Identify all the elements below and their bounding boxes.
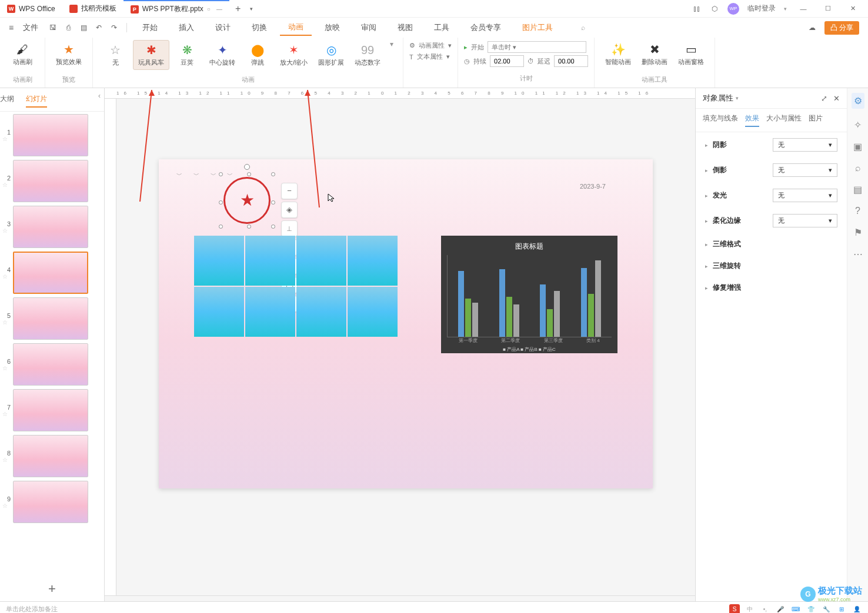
menu-animation[interactable]: 动画 bbox=[280, 19, 312, 36]
notes-placeholder[interactable]: 单击此处添加备注 bbox=[6, 605, 58, 613]
gift-icon[interactable]: ⚑ bbox=[854, 227, 862, 238]
ime-sogou-icon[interactable]: S bbox=[729, 604, 740, 614]
slide-thumbnail-8[interactable] bbox=[13, 435, 88, 477]
发光-select[interactable]: 无▾ bbox=[773, 189, 837, 202]
menu-icon[interactable]: ≡ bbox=[9, 23, 14, 32]
pin-icon[interactable]: ⤢ bbox=[821, 94, 827, 103]
menu-tools[interactable]: 工具 bbox=[426, 20, 458, 35]
ime-tool-icon[interactable]: 🔧 bbox=[821, 604, 832, 614]
style-icon[interactable]: ✧ bbox=[854, 119, 862, 130]
grid-image[interactable] bbox=[245, 287, 295, 337]
grid-image[interactable] bbox=[245, 236, 295, 286]
close-icon[interactable]: ✕ bbox=[833, 94, 840, 103]
chart[interactable]: 图表标题 第一季度第二季度第三季度类别 4 ■ 产品A ■ 产品B ■ 产品C bbox=[441, 236, 617, 353]
menu-start[interactable]: 开始 bbox=[134, 20, 166, 35]
menu-picture-tools[interactable]: 图片工具 bbox=[514, 20, 561, 35]
smart-animation-button[interactable]: ✨智能动画 bbox=[600, 40, 636, 69]
ime-user-icon[interactable]: 👤 bbox=[852, 604, 862, 614]
properties-tab-图片[interactable]: 图片 bbox=[809, 113, 823, 127]
window-maximize-button[interactable]: ☐ bbox=[820, 3, 836, 15]
properties-tab-效果[interactable]: 效果 bbox=[745, 113, 759, 127]
chevron-down-icon[interactable]: ▾ bbox=[446, 53, 450, 61]
slide-thumbnail-5[interactable] bbox=[13, 297, 88, 340]
animation-豆荚[interactable]: ❋豆荚 bbox=[171, 40, 203, 70]
section-柔化边缘[interactable]: ▸柔化边缘无▾ bbox=[696, 208, 847, 233]
preview-icon[interactable]: ▤ bbox=[78, 22, 89, 33]
ime-lang[interactable]: 中 bbox=[745, 604, 755, 614]
section-发光[interactable]: ▸发光无▾ bbox=[696, 183, 847, 208]
slide-editor[interactable]: ﹀ ﹀ ﹀ ﹀ 2023-9-7 ★ − ◈ ⟂ ⌕ ✧ bbox=[116, 99, 695, 595]
tab-current-file[interactable]: P WPS PPT教程.pptx ○ — bbox=[123, 0, 229, 17]
thumbnails-list[interactable]: 1☆2☆3☆4☆5☆6☆7☆8☆9☆ bbox=[0, 112, 104, 577]
倒影-select[interactable]: 无▾ bbox=[773, 163, 837, 177]
search-icon[interactable]: ⌕ bbox=[577, 22, 588, 33]
section-阴影[interactable]: ▸阴影无▾ bbox=[696, 132, 847, 158]
柔化边缘-select[interactable]: 无▾ bbox=[773, 214, 837, 227]
star-icon[interactable]: ☆ bbox=[2, 457, 11, 463]
collapse-icon[interactable]: ‹ bbox=[95, 92, 104, 108]
preview-button[interactable]: ★ 预览效果 bbox=[51, 40, 86, 69]
animation-弹跳[interactable]: ⬤弹跳 bbox=[241, 40, 274, 70]
window-close-button[interactable]: ✕ bbox=[844, 3, 861, 15]
animation-pane-button[interactable]: ▭动画窗格 bbox=[673, 40, 709, 69]
animation-圆形扩展[interactable]: ◎圆形扩展 bbox=[313, 40, 349, 70]
menu-file[interactable]: 文件 bbox=[18, 20, 43, 35]
expand-icon[interactable]: ▸ bbox=[705, 285, 708, 291]
star-icon[interactable]: ☆ bbox=[2, 503, 11, 509]
expand-icon[interactable]: ▸ bbox=[705, 142, 708, 148]
help-icon[interactable]: ? bbox=[855, 206, 860, 216]
star-icon[interactable]: ☆ bbox=[2, 411, 11, 417]
star-icon[interactable]: ☆ bbox=[2, 182, 11, 188]
section-倒影[interactable]: ▸倒影无▾ bbox=[696, 158, 847, 183]
menu-member[interactable]: 会员专享 bbox=[462, 20, 509, 35]
tab-close-icon[interactable]: — bbox=[216, 6, 222, 12]
slide-thumbnail-6[interactable] bbox=[13, 343, 88, 386]
cloud-icon[interactable]: ☁ bbox=[807, 22, 817, 33]
chevron-down-icon[interactable]: ▾ bbox=[448, 42, 452, 49]
star-icon[interactable]: ☆ bbox=[2, 227, 11, 234]
animation-无[interactable]: ☆无 bbox=[99, 40, 132, 70]
selection-handles[interactable] bbox=[221, 175, 273, 226]
expand-icon[interactable]: ▸ bbox=[705, 168, 708, 173]
ime-keyboard-icon[interactable]: ⌨ bbox=[790, 604, 801, 614]
minus-button[interactable]: − bbox=[281, 183, 298, 199]
tab-add-button[interactable]: + bbox=[229, 4, 246, 14]
slide-canvas[interactable]: ﹀ ﹀ ﹀ ﹀ 2023-9-7 ★ − ◈ ⟂ ⌕ ✧ bbox=[159, 159, 653, 488]
book-icon[interactable]: ▤ bbox=[853, 184, 862, 195]
slide-thumbnail-7[interactable] bbox=[13, 389, 88, 431]
search-side-icon[interactable]: ⌕ bbox=[855, 163, 861, 173]
expand-icon[interactable]: ▸ bbox=[705, 218, 708, 224]
menu-view[interactable]: 视图 bbox=[389, 20, 421, 35]
animation-动态数字[interactable]: 99动态数字 bbox=[350, 40, 385, 70]
properties-tab-填充与线条[interactable]: 填充与线条 bbox=[703, 113, 738, 127]
tab-wps-office[interactable]: W WPS Office bbox=[0, 0, 62, 17]
rotate-handle[interactable] bbox=[244, 164, 250, 170]
cube-icon[interactable]: ⬡ bbox=[710, 4, 719, 14]
print-icon[interactable]: ⎙ bbox=[63, 22, 74, 33]
slide-thumbnail-2[interactable] bbox=[13, 160, 88, 202]
animation-brush-button[interactable]: 🖌 动画刷 bbox=[6, 40, 39, 69]
more-side-icon[interactable]: ⋯ bbox=[853, 249, 863, 260]
undo-icon[interactable]: ↶ bbox=[94, 22, 104, 33]
save-icon[interactable]: 🖫 bbox=[48, 22, 58, 33]
notes-bar[interactable]: 单击此处添加备注 S 中 •, 🎤 ⌨ 👕 🔧 ⊞ 👤 bbox=[0, 601, 868, 613]
star-icon[interactable]: ☆ bbox=[2, 136, 11, 142]
expand-icon[interactable]: ▸ bbox=[705, 263, 708, 269]
menu-insert[interactable]: 插入 bbox=[171, 20, 202, 35]
menu-review[interactable]: 审阅 bbox=[353, 20, 385, 35]
grid-image[interactable] bbox=[194, 287, 244, 337]
slide-thumbnail-1[interactable] bbox=[13, 114, 88, 156]
slides-tab[interactable]: 幻灯片 bbox=[26, 92, 47, 108]
expand-icon[interactable]: ▸ bbox=[705, 242, 708, 247]
slide-thumbnail-9[interactable] bbox=[13, 481, 88, 523]
animation-中心旋转[interactable]: ✦中心旋转 bbox=[205, 40, 240, 70]
slide-thumbnail-3[interactable] bbox=[13, 206, 88, 248]
阴影-select[interactable]: 无▾ bbox=[773, 138, 837, 152]
image-grid[interactable] bbox=[194, 236, 398, 337]
delete-animation-button[interactable]: ✖删除动画 bbox=[637, 40, 672, 69]
menu-slideshow[interactable]: 放映 bbox=[316, 20, 348, 35]
menu-transition[interactable]: 切换 bbox=[243, 20, 275, 35]
grid-image[interactable] bbox=[296, 287, 346, 337]
ime-mic-icon[interactable]: 🎤 bbox=[775, 604, 786, 614]
star-icon[interactable]: ☆ bbox=[2, 319, 11, 326]
